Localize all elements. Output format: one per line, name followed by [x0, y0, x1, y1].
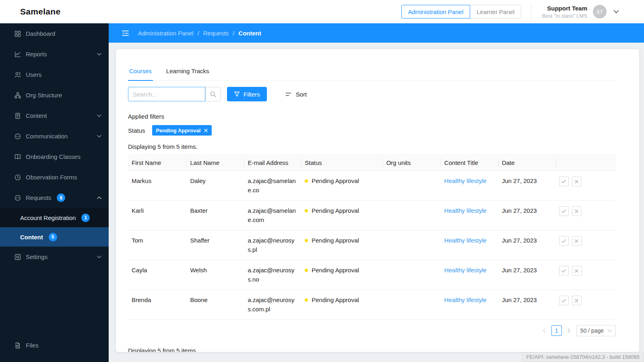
date-cell: Jun 27, 2023 [498, 230, 555, 260]
content-title-cell: Healthy lifestyle [441, 290, 498, 320]
administration-panel-button[interactable]: Administration Panel [401, 5, 471, 19]
search-input[interactable] [128, 87, 205, 101]
actions-cell [555, 201, 616, 230]
header-divider [531, 4, 531, 20]
tab-learning-tracks[interactable]: Learning Tracks [165, 68, 211, 80]
date-cell: Jun 27, 2023 [498, 171, 555, 201]
breadcrumb-item-content: Content [238, 30, 261, 37]
chevron-down-icon [97, 114, 101, 117]
file-icon [14, 342, 21, 349]
content-title-cell: Healthy lifestyle [441, 171, 498, 201]
actions-cell [555, 230, 616, 260]
last-name-cell: Baxter [186, 201, 244, 230]
sidebar-item-requests[interactable]: Requests 6 [0, 187, 109, 208]
actions-cell [555, 171, 616, 201]
status-cell: Pending Approval [301, 201, 382, 230]
tab-bar: Courses Learning Tracks [128, 68, 616, 81]
page-size-select[interactable]: 50 / page [576, 325, 616, 336]
email-cell: a.zajac@neurosys.com.pl [244, 290, 301, 320]
org-units-cell [383, 201, 441, 230]
remove-filter-icon[interactable] [204, 129, 208, 132]
sidebar-item-org-structure[interactable]: Org Structure [0, 85, 109, 105]
content-title-link[interactable]: Healthy lifestyle [444, 177, 487, 184]
content-title-link[interactable]: Healthy lifestyle [444, 296, 487, 303]
status-text: Pending Approval [312, 266, 359, 275]
sidebar-item-label: Dashboard [26, 30, 55, 37]
last-name-cell: Welsh [186, 260, 244, 290]
status-cell: Pending Approval [301, 260, 382, 290]
date-cell: Jun 27, 2023 [498, 201, 555, 230]
last-name-cell: Shaffer [186, 230, 244, 260]
sidebar-item-observation-forms[interactable]: Observation Forms [0, 167, 109, 187]
breadcrumb-separator: / [233, 30, 234, 37]
sidebar-item-label: Communication [26, 133, 68, 140]
learner-panel-button[interactable]: Learner Panel [470, 5, 521, 19]
app-header: Samelane Administration Panel Learner Pa… [0, 0, 644, 23]
reject-button[interactable] [572, 206, 582, 216]
date-cell: Jun 27, 2023 [498, 290, 555, 320]
sidebar-item-content[interactable]: Content [0, 105, 109, 126]
reject-button[interactable] [572, 236, 582, 246]
next-page-button[interactable] [566, 328, 572, 333]
search-button[interactable] [205, 87, 221, 101]
sidebar-item-label: Content [26, 112, 47, 119]
status-filter-chip: Pending Approval [152, 125, 212, 136]
avatar[interactable]: ST [593, 5, 607, 19]
sidebar-item-reports[interactable]: Reports [0, 44, 109, 64]
sidebar-item-onboarding-classes[interactable]: Onboarding Classes [0, 146, 109, 167]
user-menu-chevron-down-icon[interactable] [613, 10, 619, 14]
tab-courses[interactable]: Courses [128, 68, 153, 81]
filters-button[interactable]: Filters [227, 87, 267, 101]
header-right: Administration Panel Learner Panel Suppo… [401, 4, 644, 20]
sidebar-item-requests-content[interactable]: Content 5 [0, 227, 109, 247]
sidebar-item-label: Settings [26, 253, 47, 260]
reject-button[interactable] [572, 266, 582, 276]
sidebar-item-files[interactable]: Files [0, 335, 109, 356]
sidebar-item-label: Reports [26, 51, 47, 58]
sidebar-item-account-registration[interactable]: Account Registration 1 [0, 208, 109, 227]
chevron-up-icon [97, 196, 101, 200]
breadcrumb-bar: Administration Panel / Requests / Conten… [109, 23, 644, 43]
sidebar-item-label: Files [26, 342, 39, 349]
approve-button[interactable] [559, 296, 569, 305]
line-chart-icon [14, 51, 21, 58]
breadcrumb-item-requests[interactable]: Requests [203, 30, 229, 37]
approve-button[interactable] [559, 266, 569, 276]
toolbar: Filters Sort [128, 87, 616, 101]
content-title-link[interactable]: Healthy lifestyle [444, 207, 487, 214]
approve-button[interactable] [559, 206, 569, 216]
content-title-link[interactable]: Healthy lifestyle [444, 267, 487, 274]
first-name-cell: Tom [128, 230, 186, 260]
reject-button[interactable] [572, 296, 582, 305]
approve-button[interactable] [559, 236, 569, 246]
status-chip-label: Pending Approval [156, 128, 201, 134]
history-clock-icon [14, 174, 21, 181]
sidebar-item-dashboard[interactable]: Dashboard [0, 23, 109, 44]
user-name: Support Team [542, 5, 587, 12]
column-header-status: Status [301, 155, 382, 171]
approve-button[interactable] [559, 177, 569, 186]
sidebar-item-settings[interactable]: Settings [0, 247, 109, 267]
prev-page-button[interactable] [541, 328, 547, 333]
requests-table: First Name Last Name E-mail Address Stat… [128, 154, 616, 320]
column-header-first-name: First Name [128, 155, 186, 171]
status-dot [305, 269, 308, 272]
status-dot [305, 298, 308, 302]
menu-fold-icon[interactable] [122, 30, 129, 36]
sidebar-item-users[interactable]: Users [0, 64, 109, 85]
sidebar-item-communication[interactable]: Communication [0, 126, 109, 146]
sidebar-item-label: Org Structure [26, 92, 62, 99]
breadcrumb-item-administration-panel[interactable]: Administration Panel [138, 30, 194, 37]
reject-button[interactable] [572, 177, 582, 186]
sidebar-subitem-label: Content [20, 234, 43, 241]
table-row: Tom Shaffer a.zajac@neurosys.pl Pending … [128, 230, 616, 260]
sort-control[interactable]: Sort [285, 91, 307, 98]
filters-button-label: Filters [244, 91, 260, 98]
filter-funnel-icon [234, 91, 240, 97]
applied-filters-row: Status Pending Approval [128, 125, 616, 136]
page-number-button[interactable]: 1 [551, 325, 562, 336]
sidebar-item-label: Observation Forms [26, 174, 77, 181]
sort-label: Sort [296, 91, 307, 98]
content-title-link[interactable]: Healthy lifestyle [444, 237, 487, 244]
search-icon [210, 91, 217, 98]
